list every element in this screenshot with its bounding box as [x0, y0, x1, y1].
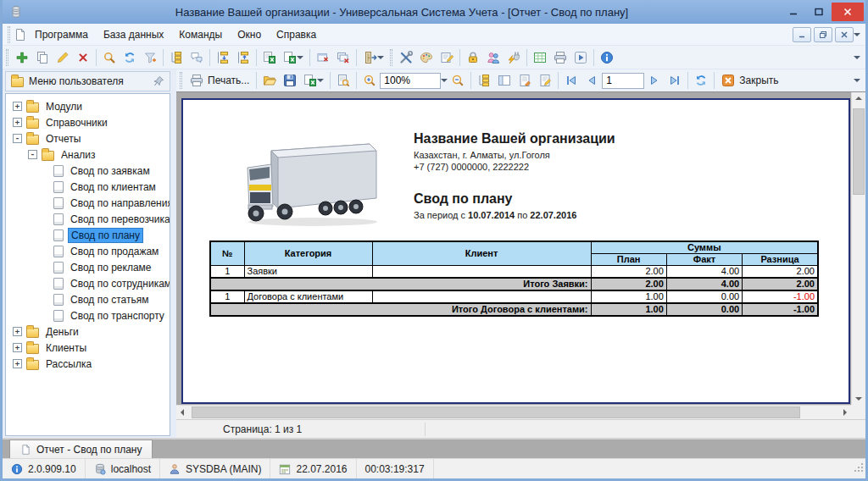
thumbnails-panel-button[interactable]: [494, 70, 515, 91]
horizontal-scroll-thumb[interactable]: [192, 406, 800, 418]
tree-item-spravochniki[interactable]: +Справочники: [6, 114, 170, 130]
tree-item-svod-po-napravleniyam[interactable]: Свод по направлениям: [6, 195, 170, 211]
close-all-windows-icon: [337, 51, 350, 64]
open-report-button[interactable]: [259, 70, 280, 91]
edit-button[interactable]: [53, 47, 73, 68]
grid-button[interactable]: [530, 47, 550, 68]
power-button[interactable]: [504, 47, 524, 68]
page-setup-button[interactable]: [515, 70, 535, 91]
expand-icon[interactable]: +: [13, 359, 22, 368]
report-toolbar-overflow-icon[interactable]: [854, 79, 860, 86]
last-page-button[interactable]: [665, 70, 685, 91]
tree-item-moduli[interactable]: +Модули: [6, 98, 170, 114]
expand-all-button[interactable]: [213, 47, 233, 68]
mdi-restore-button[interactable]: [814, 27, 832, 42]
mdi-close-button[interactable]: [835, 27, 854, 42]
zoom-out-button[interactable]: [448, 70, 468, 91]
scroll-left-icon[interactable]: [181, 409, 184, 416]
tree-item-dengi[interactable]: +Деньги: [6, 323, 170, 340]
prev-page-button[interactable]: [581, 70, 602, 91]
save-report-button[interactable]: [280, 70, 300, 91]
scroll-right-icon[interactable]: [843, 409, 847, 416]
print-button[interactable]: [550, 47, 570, 68]
tree-item-svod-po-klientam[interactable]: Свод по клиентам: [6, 179, 170, 195]
info-button[interactable]: [597, 47, 617, 68]
menu-item-programma[interactable]: Программа: [27, 25, 96, 44]
preview-button[interactable]: [333, 70, 353, 91]
expand-icon[interactable]: +: [13, 343, 22, 352]
refresh-report-button[interactable]: [691, 70, 711, 91]
collapse-icon[interactable]: -: [28, 150, 37, 159]
search-button[interactable]: [99, 47, 120, 68]
page-edit-button[interactable]: [535, 70, 555, 91]
scroll-down-icon[interactable]: [855, 397, 862, 401]
tree-item-svod-po-transportu[interactable]: Свод по транспорту: [6, 307, 170, 323]
print-report-button[interactable]: Печать...: [186, 72, 253, 89]
close-report-button[interactable]: Закрыть: [717, 72, 782, 89]
tree-item-svod-po-statyam[interactable]: Свод по статьям: [6, 291, 170, 307]
menu-item-spravka[interactable]: Справка: [269, 25, 324, 44]
tools-button[interactable]: [396, 47, 416, 68]
tree-item-svod-po-sotrudnikam[interactable]: Свод по сотрудникам: [6, 275, 170, 291]
expand-icon[interactable]: +: [13, 118, 22, 127]
tree-item-rassylka[interactable]: +Рассылка: [6, 356, 170, 372]
page-number-input[interactable]: [602, 73, 644, 89]
grid-icon: [533, 51, 547, 64]
copy-button[interactable]: [32, 47, 53, 68]
next-page-button[interactable]: [644, 70, 665, 91]
tree-item-svod-po-reklame[interactable]: Свод по рекламе: [6, 259, 170, 275]
add-button[interactable]: [12, 47, 32, 68]
tree-item-svod-po-perevozchikam[interactable]: Свод по перевозчикам: [6, 211, 170, 227]
minimize-button[interactable]: [781, 3, 806, 21]
tools-icon: [399, 51, 413, 64]
collapse-all-button[interactable]: [233, 47, 253, 68]
mdi-minimize-button[interactable]: [793, 27, 811, 42]
palette-button[interactable]: [416, 47, 437, 68]
expand-icon[interactable]: +: [13, 102, 22, 111]
outline-button[interactable]: [474, 70, 494, 91]
scroll-up-icon[interactable]: [855, 97, 862, 100]
zoom-in-button[interactable]: [359, 70, 380, 91]
refresh-button[interactable]: [120, 47, 140, 68]
users-button[interactable]: [483, 47, 504, 68]
resize-grip[interactable]: [854, 462, 864, 475]
menubar-overflow-icon[interactable]: [854, 33, 860, 40]
filter-button[interactable]: [140, 47, 160, 68]
tree-item-svod-po-prodazham[interactable]: Свод по продажам: [6, 243, 170, 259]
tree-item-svod-po-zayavkam[interactable]: Свод по заявкам: [6, 163, 170, 179]
first-page-button[interactable]: [561, 70, 581, 91]
delete-button[interactable]: [73, 47, 93, 68]
lock-button[interactable]: [463, 47, 483, 68]
maximize-button[interactable]: [806, 3, 832, 21]
run-button[interactable]: [570, 47, 591, 68]
collapse-icon[interactable]: -: [13, 134, 22, 143]
horizontal-scrollbar[interactable]: [176, 405, 851, 419]
sidebar-splitter[interactable]: [170, 69, 176, 438]
calendar-icon: [279, 463, 291, 475]
export-report-button[interactable]: [300, 70, 327, 91]
vertical-scrollbar[interactable]: [851, 92, 865, 405]
hierarchy-button[interactable]: [166, 47, 186, 68]
pin-icon[interactable]: [153, 75, 164, 87]
close-window-button[interactable]: [313, 47, 333, 68]
export-excel-menu-button[interactable]: [280, 47, 307, 68]
toolbar-overflow-icon[interactable]: [854, 56, 860, 63]
tree-item-svod-po-planu[interactable]: Свод по плану: [6, 227, 170, 243]
menu-item-komandy[interactable]: Команды: [171, 25, 230, 44]
menu-item-baza-dannyh[interactable]: База данных: [96, 25, 171, 44]
vertical-scroll-thumb[interactable]: [853, 108, 865, 195]
edit-note-button[interactable]: [437, 47, 457, 68]
expand-icon[interactable]: +: [13, 327, 22, 336]
close-button[interactable]: [832, 3, 864, 21]
exit-button[interactable]: [359, 47, 388, 68]
menu-item-okno[interactable]: Окно: [230, 25, 269, 44]
tree-item-otchety[interactable]: -Отчеты: [6, 130, 170, 147]
tree-item-analiz[interactable]: -Анализ: [6, 147, 170, 163]
zoom-dropdown-icon[interactable]: [441, 79, 448, 86]
close-all-windows-button[interactable]: [333, 47, 353, 68]
tree-item-klienty[interactable]: +Клиенты: [6, 340, 170, 356]
zoom-level-input[interactable]: [380, 73, 441, 89]
tab-report-svod-po-planu[interactable]: Отчет - Свод по плану: [9, 440, 153, 458]
comments-button[interactable]: [186, 47, 207, 68]
export-excel-button[interactable]: [259, 47, 280, 68]
